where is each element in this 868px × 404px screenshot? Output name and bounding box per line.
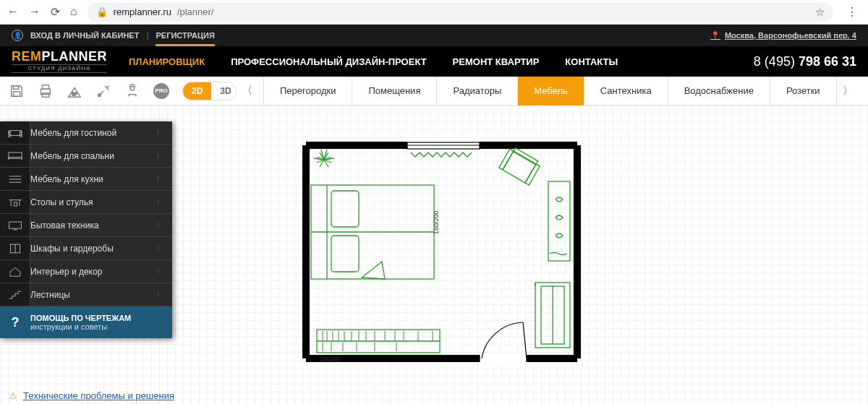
reload-icon[interactable]: ⟳ [51,5,60,19]
pro-badge[interactable]: PRO [153,83,169,99]
nav-contacts[interactable]: КОНТАКТЫ [565,56,618,67]
svg-rect-39 [548,181,570,261]
canvas[interactable]: Мебель для гостиной〉 Мебель для спальни〉… [0,106,868,404]
login-link[interactable]: ВХОД В ЛИЧНЫЙ КАБИНЕТ [30,31,139,40]
toolbar: m² PRO 2D 3D 〈 Перегородки Помещения Рад… [0,77,868,106]
kitchen-icon [0,168,30,190]
svg-rect-8 [9,130,21,135]
svg-rect-0 [13,85,18,89]
account-bar: 👤 ВХОД В ЛИЧНЫЙ КАБИНЕТ | РЕГИСТРАЦИЯ 📍 … [0,25,868,46]
wardrobe-icon [0,237,30,259]
tabs-next-icon[interactable]: 〉 [837,85,859,98]
view-3d[interactable]: 3D [211,82,236,100]
svg-rect-38 [525,164,540,185]
home-icon[interactable]: ⌂ [70,5,77,19]
svg-text:m²: m² [72,91,77,96]
chevron-right-icon: 〉 [148,174,172,184]
svg-line-34 [523,322,527,358]
house-icon [0,260,30,283]
chevron-right-icon: 〉 [148,290,172,300]
tab-rooms[interactable]: Помещения [352,77,436,106]
category-tabs: Перегородки Помещения Радиаторы Мебель С… [263,77,837,106]
bed-dimension: 160/200 [433,210,440,234]
tab-water[interactable]: Водоснабжение [668,77,770,106]
svg-rect-11 [8,152,21,158]
chevron-right-icon: 〉 [148,220,172,231]
nav-design[interactable]: ПРОФЕССИОНАЛЬНЫЙ ДИЗАЙН-ПРОЕКТ [231,56,426,67]
warning-icon: ⚠ [9,390,17,401]
svg-rect-21 [14,202,17,206]
tab-radiators[interactable]: Радиаторы [436,77,517,106]
location-icon: 📍 [710,31,720,40]
user-icon: 👤 [12,30,23,41]
svg-rect-4 [42,93,48,97]
view-2d[interactable]: 2D [183,82,211,100]
main-nav: REMPLANNER СТУДИЯ ДИЗАЙНА ПЛАНИРОВЩИК ПР… [0,46,868,77]
bed-icon [0,145,30,167]
svg-rect-43 [331,191,359,227]
bookmark-icon[interactable]: ☆ [815,6,825,19]
lock-icon: 🔒 [96,7,108,17]
address-link[interactable]: 📍 Москва, Варсонофьевский пер. 4 [710,31,856,40]
browser-chrome: ← → ⟳ ⌂ 🔒 remplanner.ru/planner/ ☆ ⋮ [0,0,868,25]
register-link[interactable]: РЕГИСТРАЦИЯ [156,31,214,46]
footer-warning[interactable]: ⚠ Технические проблемы и решения [9,390,174,401]
svg-rect-35 [503,151,536,183]
sidebar-item-tables[interactable]: Столы и стулья〉 [0,191,172,214]
chevron-right-icon: 〉 [148,267,172,277]
tabs-prev-icon[interactable]: 〈 [237,85,259,98]
svg-rect-1 [13,91,20,95]
phone-number[interactable]: 8 (495) 798 66 31 [754,54,856,69]
address-bar[interactable]: 🔒 remplanner.ru/planner/ ☆ [88,3,833,22]
tab-partitions[interactable]: Перегородки [263,77,352,106]
svg-rect-37 [499,149,514,170]
print-icon[interactable] [38,83,54,99]
chevron-right-icon: 〉 [148,197,172,207]
menu-icon[interactable]: ⋮ [843,5,861,19]
worker-icon[interactable] [124,83,140,99]
furniture-sidebar: Мебель для гостиной〉 Мебель для спальни〉… [0,121,172,338]
help-icon: ? [0,315,30,330]
tab-sockets[interactable]: Розетки [770,77,837,106]
tv-icon [0,214,30,236]
sidebar-item-living[interactable]: Мебель для гостиной〉 [0,121,172,145]
svg-rect-36 [513,148,537,165]
tab-furniture[interactable]: Мебель [517,77,584,106]
forward-icon[interactable]: → [29,5,41,19]
sidebar-item-kitchen[interactable]: Мебель для кухни〉 [0,168,172,191]
url-domain: remplanner.ru [114,7,171,17]
sidebar-item-stairs[interactable]: Лестницы〉 [0,283,172,306]
chevron-right-icon: 〉 [148,151,172,161]
nav-renovation[interactable]: РЕМОНТ КВАРТИР [453,56,540,67]
tools-icon[interactable] [95,83,111,99]
svg-rect-3 [42,85,48,89]
sofa-icon [0,121,30,144]
table-icon [0,191,30,213]
svg-point-7 [130,86,135,90]
sidebar-item-bedroom[interactable]: Мебель для спальни〉 [0,145,172,168]
logo[interactable]: REMPLANNER СТУДИЯ ДИЗАЙНА [12,50,107,73]
chevron-right-icon: 〉 [148,128,172,138]
shelf-dimension: 200/60 [320,356,340,363]
area-icon[interactable]: m² [67,83,82,99]
floorplan[interactable]: 160/200 200/60 [302,142,592,391]
sidebar-help[interactable]: ? ПОМОЩЬ ПО ЧЕРТЕЖАМ инструкции и советы [0,306,172,338]
back-icon[interactable]: ← [7,5,19,19]
sidebar-item-appliances[interactable]: Бытовая техника〉 [0,214,172,237]
url-path: /planner/ [177,7,214,17]
svg-rect-22 [9,222,21,228]
sidebar-item-wardrobes[interactable]: Шкафы и гардеробы〉 [0,237,172,260]
chevron-right-icon: 〉 [148,244,172,254]
tab-plumbing[interactable]: Сантехника [584,77,668,106]
save-icon[interactable] [9,83,25,99]
stairs-icon [0,283,30,306]
svg-rect-44 [331,236,359,272]
sidebar-item-decor[interactable]: Интерьер и декор〉 [0,260,172,283]
nav-planner[interactable]: ПЛАНИРОВЩИК [129,56,205,67]
view-toggle: 2D 3D [182,82,237,100]
